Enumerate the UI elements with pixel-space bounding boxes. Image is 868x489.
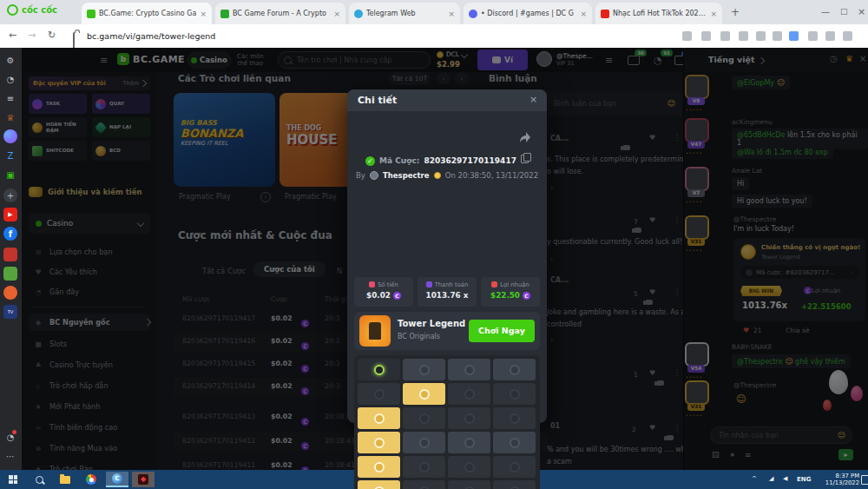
tab-bcgame[interactable]: BC.Game: Crypto Casino Ga ×: [82, 3, 212, 24]
zalo-icon[interactable]: Z: [3, 149, 17, 162]
coccoc-taskbar-icon[interactable]: C: [106, 472, 128, 487]
game-provider[interactable]: Pragmatic Play: [179, 193, 231, 201]
tab-youtube[interactable]: Nhạc Lofi Hot TikTok 2022 - ×: [595, 3, 722, 24]
refer-and-earn[interactable]: Giới thiệu và kiếm tiền: [29, 187, 142, 197]
forward-icon[interactable]: →: [28, 30, 36, 41]
game-card-big-bass-bonanza[interactable]: BIG BASS BONANZA KEEPING IT REEL: [174, 93, 275, 187]
expand-icon[interactable]: ›: [550, 255, 553, 263]
chrome-icon[interactable]: [80, 472, 102, 487]
network-icon[interactable]: ◢: [769, 475, 773, 482]
smiley-icon[interactable]: ☺: [667, 99, 675, 108]
shortcut-navy-icon[interactable]: TV: [3, 305, 17, 319]
tab-bcgame-forum[interactable]: BC Game Forum - A Crypto ×: [215, 3, 345, 24]
tower-legend-thumbnail[interactable]: [359, 315, 391, 347]
back-icon[interactable]: ←: [9, 30, 16, 41]
download-manager-icon[interactable]: [701, 31, 711, 41]
related-filter-pill[interactable]: Tất cả 107: [389, 72, 431, 85]
more-icon[interactable]: ⋯: [3, 449, 17, 463]
heart-icon[interactable]: ♥: [649, 134, 655, 142]
url-text[interactable]: bc.game/vi/game/tower-legend: [87, 31, 215, 41]
translate-icon[interactable]: [720, 31, 730, 41]
taskbar-search[interactable]: [28, 472, 50, 487]
game-app-icon[interactable]: ◆: [132, 472, 155, 487]
heart-icon[interactable]: ♥: [649, 424, 655, 432]
nav-casino[interactable]: Casino: [187, 51, 232, 69]
site-logo[interactable]: b BC.GAME: [117, 53, 185, 65]
tab-discord[interactable]: • Discord | #games | DC G ×: [464, 3, 592, 24]
heart-icon[interactable]: ♥: [743, 327, 749, 334]
sidebar-item-hot-games[interactable]: ♨ Trò chơi hấp dẫn: [29, 377, 150, 394]
adblock-shield-icon[interactable]: [773, 31, 782, 41]
avatar[interactable]: [685, 380, 709, 405]
heart-icon[interactable]: ♥: [649, 288, 655, 296]
chat-message[interactable]: I'm in luck Today!: [733, 225, 794, 233]
chat-message[interactable]: @Wa lố đi 1.5m dc 80 exp: [732, 146, 833, 159]
sidebar-item-new-releases[interactable]: ★ Mới Phát hành: [29, 398, 150, 415]
chat-history-icon[interactable]: ◷: [830, 54, 838, 63]
chat-message[interactable]: @Thespectre ☺ ghê vậy thiếm: [732, 354, 851, 368]
more-options-icon[interactable]: ⋮: [674, 134, 681, 142]
game-controller-icon[interactable]: ▣: [3, 168, 17, 182]
tab-close-icon[interactable]: ×: [710, 10, 717, 18]
more-options-icon[interactable]: ⋮: [674, 216, 681, 224]
chat-language[interactable]: Tiếng việt: [708, 55, 754, 64]
sidebar-item-recent[interactable]: ◔ Gần đây: [29, 283, 150, 301]
layout-menu-icon[interactable]: ≡: [605, 55, 613, 66]
maximize-button[interactable]: □: [840, 7, 848, 16]
language-indicator[interactable]: ENG: [797, 476, 811, 483]
chat-username[interactable]: @Thespectre: [733, 381, 776, 389]
player-name[interactable]: Thespectre: [383, 171, 430, 180]
bookmark-star-icon[interactable]: [756, 31, 766, 41]
sidebar-item-feature-buyin[interactable]: ⊕ Tính năng Mua vào: [29, 439, 150, 457]
chat-message[interactable]: Hi: [732, 177, 749, 190]
play-now-button[interactable]: Chơi Ngay: [469, 320, 535, 342]
nav-sports[interactable]: Các môn thể thao: [237, 53, 264, 68]
window-close-button[interactable]: ×: [858, 6, 865, 17]
expand-icon[interactable]: ›: [550, 336, 553, 344]
more-options-icon[interactable]: ⋮: [674, 369, 681, 377]
avatar[interactable]: [685, 215, 709, 240]
file-explorer-icon[interactable]: [54, 472, 76, 487]
chat-message[interactable]: Hi good luck to you!: [732, 195, 812, 208]
trophy-icon[interactable]: ♛: [845, 54, 853, 63]
volume-icon[interactable]: ◀: [783, 475, 787, 482]
promo-recharge[interactable]: NẠP LẠI: [92, 117, 150, 137]
casino-dropdown[interactable]: Casino: [29, 213, 150, 234]
chat-username[interactable]: BABY-SNAKE: [732, 343, 773, 351]
messenger-icon[interactable]: [3, 129, 17, 143]
save-extension-icon[interactable]: [789, 31, 799, 41]
downloads-icon[interactable]: [843, 31, 852, 41]
facebook-icon[interactable]: f: [3, 227, 17, 241]
avatar[interactable]: [685, 342, 709, 367]
new-tab-button[interactable]: +: [731, 6, 740, 18]
modal-close-icon[interactable]: ×: [529, 94, 537, 105]
shared-win-card[interactable]: Chiến thắng có vị ngọt ngào! Tower Legen…: [733, 238, 865, 321]
shortcut-red-icon[interactable]: [3, 248, 17, 261]
game-name[interactable]: Tower Legend: [398, 319, 465, 328]
tray-expand-icon[interactable]: ^: [752, 475, 757, 482]
avatar[interactable]: [685, 118, 709, 142]
carousel-next-button[interactable]: ›: [455, 72, 469, 85]
sidebar-item-slots[interactable]: ■ Slots: [29, 335, 150, 353]
smiley-icon[interactable]: ☺: [838, 431, 845, 439]
mention[interactable]: @Thespectre: [737, 358, 783, 366]
taskbar-clock[interactable]: 8:37 PM 11/13/2022: [814, 472, 859, 486]
like-icon[interactable]: [657, 380, 664, 386]
avatar[interactable]: [685, 167, 709, 191]
heart-icon[interactable]: ♥: [649, 216, 655, 224]
vip-banner[interactable]: Đặc quyền VIP của tôi Thêm: [29, 76, 150, 90]
wallet-button[interactable]: Ví: [477, 50, 528, 70]
tab-close-icon[interactable]: ×: [200, 10, 207, 18]
avatar[interactable]: [685, 75, 709, 99]
heart-icon[interactable]: ♥: [649, 369, 655, 377]
more-options-icon[interactable]: ⋮: [674, 288, 681, 296]
profile-icon[interactable]: [825, 31, 835, 41]
chat-username[interactable]: @Thespectre: [733, 215, 776, 223]
like-icon[interactable]: [667, 435, 674, 440]
tab-next[interactable]: N: [337, 267, 342, 275]
tab-my-bets[interactable]: Cược của tôi: [253, 261, 326, 277]
rain-icon[interactable]: ✦: [729, 451, 736, 459]
search-input[interactable]: [295, 56, 424, 65]
share-button[interactable]: Chia sẻ: [786, 327, 810, 334]
copy-icon[interactable]: [521, 155, 529, 163]
